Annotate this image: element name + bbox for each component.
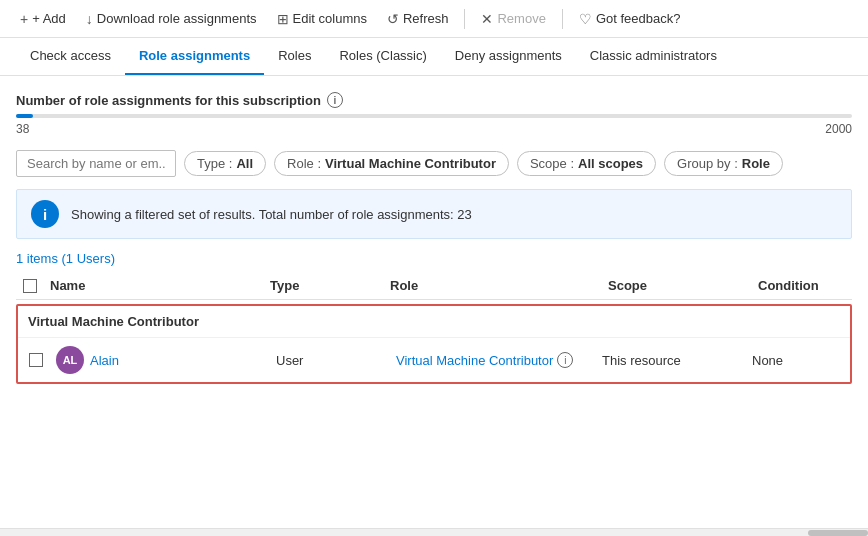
edit-columns-icon: ⊞: [277, 11, 289, 27]
tab-check-access[interactable]: Check access: [16, 38, 125, 75]
refresh-icon: ↺: [387, 11, 399, 27]
filter-row: Type : All Role : Virtual Machine Contri…: [16, 150, 852, 177]
table-container: Name Type Role Scope Condition Virtual M…: [16, 272, 852, 384]
row-type: User: [270, 353, 390, 368]
filter-groupby[interactable]: Group by : Role: [664, 151, 783, 176]
role-link[interactable]: Virtual Machine Contributor i: [396, 352, 590, 368]
main-content: Number of role assignments for this subs…: [0, 76, 868, 384]
header-condition: Condition: [752, 278, 852, 293]
progress-max: 2000: [825, 122, 852, 136]
remove-button[interactable]: ✕ Remove: [473, 7, 553, 31]
search-input[interactable]: [16, 150, 176, 177]
tab-role-assignments[interactable]: Role assignments: [125, 38, 264, 75]
tab-roles-classic[interactable]: Roles (Classic): [325, 38, 440, 75]
add-icon: +: [20, 11, 28, 27]
download-button[interactable]: ↓ Download role assignments: [78, 7, 265, 31]
row-condition: None: [746, 353, 846, 368]
progress-area: 38 2000: [16, 114, 852, 136]
group-virtual-machine-contributor: Virtual Machine Contributor AL Alain Use…: [16, 304, 852, 384]
feedback-icon: ♡: [579, 11, 592, 27]
download-icon: ↓: [86, 11, 93, 27]
group-header: Virtual Machine Contributor: [18, 306, 850, 338]
scrollbar-thumb[interactable]: [808, 530, 868, 536]
separator-2: [562, 9, 563, 29]
horizontal-scrollbar[interactable]: [0, 528, 868, 536]
row-name-cell: AL Alain: [50, 346, 270, 374]
user-name-link[interactable]: Alain: [90, 353, 119, 368]
filter-scope[interactable]: Scope : All scopes: [517, 151, 656, 176]
tab-deny-assignments[interactable]: Deny assignments: [441, 38, 576, 75]
section-title: Number of role assignments for this subs…: [16, 92, 852, 108]
header-name: Name: [44, 278, 264, 293]
progress-labels: 38 2000: [16, 122, 852, 136]
progress-bar-container: [16, 114, 852, 118]
info-banner-text: Showing a filtered set of results. Total…: [71, 207, 472, 222]
table-row: AL Alain User Virtual Machine Contributo…: [18, 338, 850, 382]
header-type: Type: [264, 278, 384, 293]
items-count: 1 items (1 Users): [16, 251, 852, 266]
info-banner-icon: i: [31, 200, 59, 228]
tab-classic-admins[interactable]: Classic administrators: [576, 38, 731, 75]
page-container: + + Add ↓ Download role assignments ⊞ Ed…: [0, 0, 868, 536]
remove-icon: ✕: [481, 11, 493, 27]
edit-columns-button[interactable]: ⊞ Edit columns: [269, 7, 375, 31]
add-button[interactable]: + + Add: [12, 7, 74, 31]
header-checkbox-cell: [16, 279, 44, 293]
feedback-button[interactable]: ♡ Got feedback?: [571, 7, 689, 31]
row-role: Virtual Machine Contributor i: [390, 352, 596, 368]
avatar: AL: [56, 346, 84, 374]
progress-bar-fill: [16, 114, 33, 118]
section-info-icon[interactable]: i: [327, 92, 343, 108]
toolbar: + + Add ↓ Download role assignments ⊞ Ed…: [0, 0, 868, 38]
separator-1: [464, 9, 465, 29]
filter-role[interactable]: Role : Virtual Machine Contributor: [274, 151, 509, 176]
header-checkbox[interactable]: [23, 279, 37, 293]
info-banner: i Showing a filtered set of results. Tot…: [16, 189, 852, 239]
progress-min: 38: [16, 122, 29, 136]
refresh-button[interactable]: ↺ Refresh: [379, 7, 457, 31]
role-info-icon[interactable]: i: [557, 352, 573, 368]
row-scope: This resource: [596, 353, 746, 368]
tab-roles[interactable]: Roles: [264, 38, 325, 75]
header-scope: Scope: [602, 278, 752, 293]
row-checkbox[interactable]: [29, 353, 43, 367]
header-role: Role: [384, 278, 602, 293]
filter-type[interactable]: Type : All: [184, 151, 266, 176]
nav-tabs: Check access Role assignments Roles Role…: [0, 38, 868, 76]
table-header: Name Type Role Scope Condition: [16, 272, 852, 300]
row-checkbox-cell: [22, 353, 50, 367]
